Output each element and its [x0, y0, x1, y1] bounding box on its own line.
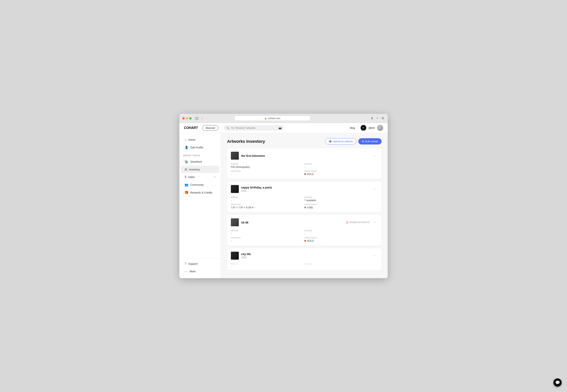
artwork-menu-1[interactable]: ⋯: [371, 153, 378, 158]
community-icon: 👥: [185, 183, 188, 186]
sales-chevron-icon: ▾: [214, 176, 216, 178]
hidden-badge-3: 🚫 HIDDEN IN PROFILE: [346, 221, 370, 224]
dimension-label-1: Dimension: [231, 170, 304, 172]
inventory-icon: ⊞: [185, 168, 187, 171]
artwork-card-2-header: sappy birthday, a party 2024 ⋯: [231, 185, 378, 193]
status-dot-3: [304, 240, 306, 242]
logo[interactable]: COHART: [184, 126, 198, 130]
sidebar-item-home[interactable]: ⌂ Home: [181, 136, 219, 143]
sidebar-edit-profile-label: Edit Profile: [190, 146, 203, 149]
sidebar-item-community[interactable]: 👥 Community: [181, 181, 219, 188]
url-text: cohart.com: [268, 117, 280, 120]
sidebar-item-edit-profile[interactable]: 👤 Edit Profile: [181, 144, 219, 151]
artwork-details-1: Material Film photography Quantity - Dim…: [231, 163, 378, 176]
storefront-icon: 🏪: [185, 160, 188, 163]
material-row-2: Material -: [231, 196, 304, 202]
back-arrow-icon[interactable]: ‹: [201, 116, 203, 120]
add-button[interactable]: +: [360, 125, 366, 131]
sidebar-storefront-label: Storefront: [190, 160, 202, 163]
material-value-1: Film photography: [231, 166, 304, 168]
quantity-label-1: Quantity: [304, 163, 378, 165]
sidebar: ⌂ Home 👤 Edit Profile ARTIST TOOLS 🏪 Sto…: [179, 133, 221, 278]
quantity-row-3: Quantity -: [304, 229, 378, 235]
minimize-traffic-light[interactable]: [186, 117, 188, 120]
sidebar-item-support[interactable]: ? Support: [181, 260, 219, 267]
hidden-label-3: HIDDEN IN PROFILE: [349, 221, 370, 224]
new-tab-icon[interactable]: +: [376, 116, 379, 120]
more-icon: ⋯: [185, 269, 188, 273]
material-label-3: Material: [231, 229, 304, 232]
listing-status-label-3: Listing Status: [304, 237, 378, 239]
chat-bubble[interactable]: 💬: [553, 378, 562, 387]
sidebar-community-label: Community: [190, 183, 204, 186]
dimension-info-icon-2[interactable]: ℹ: [254, 206, 255, 209]
discover-button[interactable]: Discover: [202, 125, 219, 131]
tabs-icon[interactable]: ⧉: [381, 116, 385, 120]
quantity-value-4: -: [304, 266, 378, 268]
main-area: ⌂ Home 👤 Edit Profile ARTIST TOOLS 🏪 Sto…: [179, 133, 388, 278]
sidebar-item-rewards[interactable]: 🎁 Rewards & Credits: [181, 189, 219, 196]
content-area: Artworks Inventory ➕ Upload an artwork ⊞…: [221, 133, 388, 278]
sidebar-item-more[interactable]: ⋯ More: [181, 267, 219, 275]
sidebar-item-storefront[interactable]: 🏪 Storefront: [181, 158, 219, 165]
material-value-4: -: [231, 266, 304, 268]
sidebar-item-sales[interactable]: $ Sales ▾: [181, 173, 219, 181]
sidebar-item-inventory[interactable]: ⊞ Inventory: [181, 166, 219, 173]
sales-icon: $: [185, 175, 186, 179]
quantity-value-1: -: [304, 166, 378, 168]
dimension-value-3: -: [231, 239, 304, 242]
artwork-card-1: the first kilometre ⋯ Material Film phot…: [227, 148, 382, 179]
dimension-row-1: Dimension -: [231, 170, 304, 176]
sidebar-toggle-icon[interactable]: [195, 117, 199, 120]
artwork-title-3: 16:48: [241, 221, 248, 224]
material-label-1: Material: [231, 163, 304, 165]
artwork-card-3-header: 16:48 🚫 HIDDEN IN PROFILE ⋯: [231, 218, 378, 226]
dimension-label-2: Dimension: [231, 203, 304, 206]
blog-button[interactable]: Blog: [347, 125, 358, 131]
eye-hidden-icon: 🚫: [346, 221, 348, 224]
bulk-upload-button[interactable]: ⊞ Bulk upload: [358, 138, 382, 144]
camera-icon[interactable]: 📷: [278, 126, 282, 129]
dimension-row-2: Dimension 7.87 × 7.87 × 0.39 in ℹ: [231, 203, 304, 209]
artwork-card-1-header: the first kilometre ⋯: [231, 152, 378, 160]
material-label-4: Material: [231, 263, 304, 265]
upload-artwork-button[interactable]: ➕ Upload an artwork: [325, 138, 357, 144]
share-icon[interactable]: ⬆: [370, 116, 374, 120]
fullscreen-traffic-light[interactable]: [189, 117, 192, 120]
material-row-3: Material -: [231, 229, 304, 235]
home-icon: ⌂: [185, 138, 187, 141]
artwork-info-4: city life 2023: [241, 252, 251, 259]
search-bar: 🔍 📷: [224, 125, 284, 131]
status-row-2: Listing Status US$1: [304, 203, 378, 209]
page-title: Artworks Inventory: [227, 139, 265, 144]
close-traffic-light[interactable]: [182, 117, 185, 120]
artwork-menu-2[interactable]: ⋯: [371, 186, 378, 192]
avatar[interactable]: [377, 125, 383, 131]
sidebar-bottom: ? Support ⋯ More: [179, 258, 221, 275]
artwork-title-4: city life: [241, 252, 251, 256]
artwork-details-3: Material - Quantity - Dimension - List: [231, 229, 378, 242]
material-row-1: Material Film photography: [231, 163, 304, 168]
quantity-row-1: Quantity -: [304, 163, 378, 168]
artwork-details-2: Material - Quantity 7 available Dimensio…: [231, 196, 378, 209]
artwork-info-3: 16:48: [241, 221, 248, 224]
browser-nav-arrows: ‹: [201, 116, 203, 120]
search-icon: 🔍: [226, 126, 229, 129]
edit-profile-icon: 👤: [185, 146, 188, 149]
quantity-value-3: -: [304, 232, 378, 235]
nav-right: Blog + @linh: [347, 125, 383, 131]
username-label[interactable]: @linh: [369, 126, 375, 129]
material-value-2: -: [231, 199, 304, 202]
browser-toolbar: ‹ 🔒 cohart.com ⬆ + ⧉: [179, 114, 388, 123]
artwork-thumb-4: [231, 252, 239, 260]
address-bar[interactable]: 🔒 cohart.com: [235, 116, 310, 121]
quantity-label-4: Quantity: [304, 263, 378, 265]
status-dot-2: [304, 207, 306, 208]
quantity-value-2: 7 available: [304, 199, 378, 202]
quantity-row-2: Quantity 7 available: [304, 196, 378, 202]
artwork-menu-4[interactable]: ⋯: [371, 253, 378, 258]
artist-tools-section: ARTIST TOOLS: [179, 151, 221, 158]
search-input[interactable]: [231, 126, 277, 129]
artwork-menu-3[interactable]: ⋯: [371, 220, 378, 225]
app-container: COHART Discover 🔍 📷 Blog + @linh ⌂ Home: [179, 123, 388, 278]
